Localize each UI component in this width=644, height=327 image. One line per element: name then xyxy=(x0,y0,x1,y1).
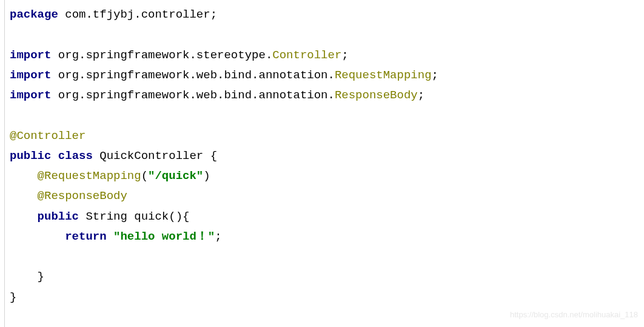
code-block: package com.tfjybj.controller; import or… xyxy=(10,5,644,308)
indent xyxy=(10,270,38,283)
code-line-9: @RequestMapping("/quick") xyxy=(10,169,210,183)
class-name: QuickController { xyxy=(93,149,217,163)
keyword-import: import xyxy=(10,89,51,102)
code-line-1: package com.tfjybj.controller; xyxy=(10,8,217,21)
space xyxy=(107,230,113,243)
keyword-class: class xyxy=(58,149,93,163)
string-literal: "/quick" xyxy=(148,169,203,183)
import-class: RequestMapping xyxy=(335,69,432,82)
keyword-import: import xyxy=(10,69,51,82)
brace-close: } xyxy=(38,270,44,283)
code-line-4: import org.springframework.web.bind.anno… xyxy=(10,69,438,82)
paren-open: ( xyxy=(141,169,148,183)
indent xyxy=(10,169,38,183)
keyword-public: public xyxy=(10,149,51,163)
brace-close: } xyxy=(10,291,16,304)
semicolon: ; xyxy=(341,49,348,62)
code-line-11: public String quick(){ xyxy=(10,210,189,223)
code-line-10: @ResponseBody xyxy=(10,189,127,203)
semicolon: ; xyxy=(432,69,438,82)
semicolon: ; xyxy=(215,230,221,243)
code-line-12: return "hello world！"; xyxy=(10,230,222,243)
annotation-requestmapping: @RequestMapping xyxy=(38,169,141,183)
annotation-responsebody: @ResponseBody xyxy=(38,189,127,203)
package-name: com.tfjybj.controller; xyxy=(58,8,217,21)
method-signature: String quick(){ xyxy=(79,210,189,223)
code-line-3: import org.springframework.stereotype.Co… xyxy=(10,49,349,62)
code-line-7: @Controller xyxy=(10,129,86,143)
code-line-5: import org.springframework.web.bind.anno… xyxy=(10,89,424,102)
import-path: org.springframework.web.bind.annotation. xyxy=(51,69,334,82)
paren-close: ) xyxy=(203,169,210,183)
keyword-return: return xyxy=(65,230,106,243)
code-line-8: public class QuickController { xyxy=(10,149,217,163)
indent xyxy=(10,230,65,243)
keyword-public: public xyxy=(38,210,79,223)
annotation-controller: @Controller xyxy=(10,129,86,143)
string-literal: "hello world！" xyxy=(113,230,215,243)
import-path: org.springframework.stereotype. xyxy=(51,49,272,62)
keyword-package: package xyxy=(10,8,58,21)
import-path: org.springframework.web.bind.annotation. xyxy=(51,89,334,102)
watermark: https://blog.csdn.net/molihuakai_118 xyxy=(510,308,638,322)
keyword-import: import xyxy=(10,49,51,62)
code-line-15: } xyxy=(10,291,16,304)
import-class: Controller xyxy=(272,49,341,62)
gutter-line xyxy=(0,0,5,327)
semicolon: ; xyxy=(418,89,424,102)
indent xyxy=(10,210,38,223)
code-line-14: } xyxy=(10,270,44,283)
indent xyxy=(10,189,38,203)
import-class: ResponseBody xyxy=(335,89,418,102)
